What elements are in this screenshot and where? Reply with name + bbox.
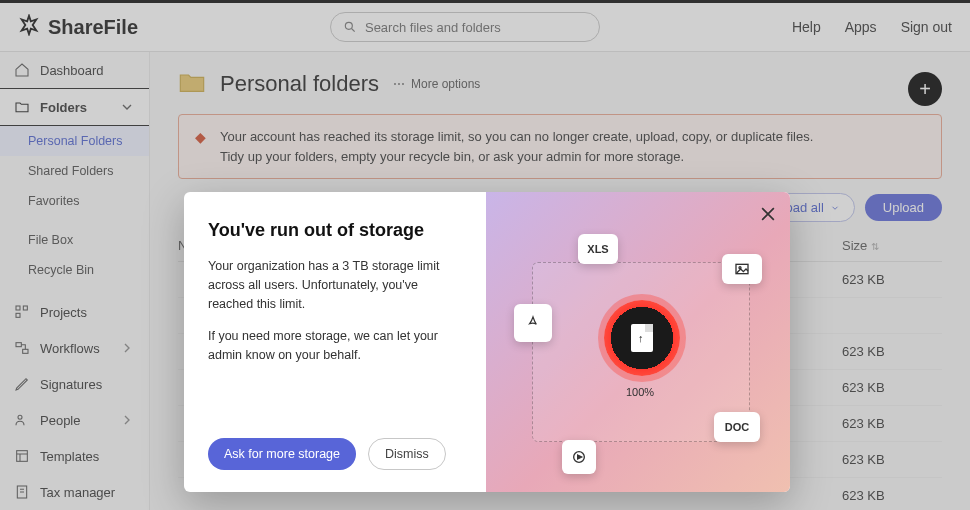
xls-badge-icon: XLS bbox=[578, 234, 618, 264]
modal-title: You've run out of storage bbox=[208, 220, 462, 241]
modal-p2: If you need more storage, we can let you… bbox=[208, 327, 462, 365]
pdf-badge-icon bbox=[514, 304, 552, 342]
doc-badge-icon: DOC bbox=[714, 412, 760, 442]
close-icon[interactable] bbox=[758, 204, 778, 224]
storage-modal: You've run out of storage Your organizat… bbox=[184, 192, 790, 492]
dismiss-button[interactable]: Dismiss bbox=[368, 438, 446, 470]
modal-illustration: 100% XLS DOC bbox=[486, 192, 790, 492]
play-badge-icon bbox=[562, 440, 596, 474]
ask-storage-button[interactable]: Ask for more storage bbox=[208, 438, 356, 470]
image-badge-icon bbox=[722, 254, 762, 284]
modal-p1: Your organization has a 3 TB storage lim… bbox=[208, 257, 462, 313]
progress-percent: 100% bbox=[626, 386, 654, 398]
upload-progress-icon bbox=[604, 300, 680, 376]
